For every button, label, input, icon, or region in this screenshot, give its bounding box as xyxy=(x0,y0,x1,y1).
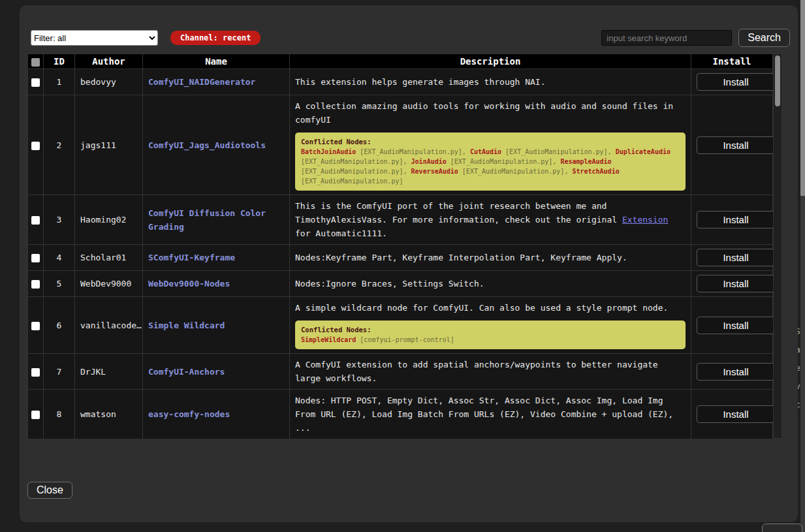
row-checkbox[interactable] xyxy=(31,142,40,150)
row-name[interactable]: ComfyUI-Anchors xyxy=(143,354,290,390)
row-id: 6 xyxy=(44,297,75,354)
row-install-cell: Install xyxy=(691,354,773,390)
install-button[interactable]: Install xyxy=(697,211,775,228)
row-description-cell: A ComfyUI extension to add spatial ancho… xyxy=(290,354,691,390)
search-button[interactable]: Search xyxy=(738,29,790,47)
row-id: 2 xyxy=(44,95,75,195)
row-name[interactable]: easy-comfy-nodes xyxy=(143,390,290,439)
conflict-node: BatchJoinAudio xyxy=(301,148,356,155)
conflict-ext: [EXT_AudioManipulation.py], xyxy=(501,148,616,155)
page-scrollbar-thumb[interactable] xyxy=(800,0,805,196)
conflict-node: ReverseAudio xyxy=(411,168,458,175)
row-install-cell: Install xyxy=(691,95,773,195)
table-scrollbar[interactable] xyxy=(773,54,782,439)
row-checkbox[interactable] xyxy=(31,254,40,262)
col-header-id: ID xyxy=(44,54,75,69)
table-row: 3 Haoming02 ComfyUI Diffusion Color Grad… xyxy=(28,195,773,245)
row-description-cell: Nodes:Keyframe Part, Keyframe Interpolat… xyxy=(290,245,691,271)
description-text: A ComfyUI extension to add spatial ancho… xyxy=(295,360,658,383)
conflict-ext: [EXT_AudioManipulation.py] xyxy=(301,178,403,185)
conflict-ext: [EXT_AudioManipulation.py], xyxy=(447,158,561,165)
row-checkbox[interactable] xyxy=(31,280,40,289)
filter-select[interactable]: Filter: all xyxy=(31,30,158,46)
row-description-cell: This is the ComfyUI port of the joint re… xyxy=(290,195,691,245)
install-button[interactable]: Install xyxy=(697,317,775,334)
row-name[interactable]: SComfyUI-Keyframe xyxy=(143,245,290,271)
row-checkbox[interactable] xyxy=(31,78,40,87)
description-text: This extension helps generate images thr… xyxy=(295,77,546,87)
row-description: Nodes: HTTP POST, Empty Dict, Assoc Str,… xyxy=(295,394,686,435)
row-checkbox[interactable] xyxy=(31,411,40,419)
row-description: This is the ComfyUI port of the joint re… xyxy=(295,199,686,240)
install-button[interactable]: Install xyxy=(697,363,775,381)
col-header-install: Install xyxy=(691,54,773,69)
row-checkbox-cell xyxy=(28,297,44,354)
row-checkbox-cell xyxy=(28,245,44,271)
col-header-author: Author xyxy=(75,54,143,69)
conflict-title: Conflicted Nodes: xyxy=(301,137,680,147)
row-id: 1 xyxy=(44,69,75,95)
conflict-node: SimpleWildcard xyxy=(301,336,356,343)
row-checkbox-cell xyxy=(28,271,44,297)
row-name[interactable]: ComfyUI_NAIDGenerator xyxy=(143,69,290,95)
conflict-title: Conflicted Nodes: xyxy=(301,325,680,335)
row-checkbox-cell xyxy=(28,354,44,390)
table-row: 6 vanillacode… Simple Wildcard A simple … xyxy=(28,297,773,354)
install-button[interactable]: Install xyxy=(697,405,775,423)
toolbar: Filter: all Channel: recent Search xyxy=(27,29,790,47)
row-name[interactable]: ComfyUI Diffusion Color Grading xyxy=(143,195,290,245)
row-checkbox[interactable] xyxy=(31,368,40,377)
table-row: 1 bedovyy ComfyUI_NAIDGenerator This ext… xyxy=(28,69,773,95)
description-text: A simple wildcard node for ComfyUI. Can … xyxy=(295,303,668,313)
row-checkbox[interactable] xyxy=(31,216,40,225)
table-row: 2 jags111 ComfyUI_Jags_Audiotools A coll… xyxy=(28,95,773,195)
row-install-cell: Install xyxy=(691,271,773,297)
page-scrollbar[interactable] xyxy=(800,0,805,532)
col-header-name: Name xyxy=(143,54,290,69)
install-custom-nodes-dialog: Filter: all Channel: recent Search ID Au… xyxy=(20,5,798,522)
conflict-node: JoinAudio xyxy=(411,158,447,165)
row-author: wmatson xyxy=(75,390,143,439)
description-text: Nodes:Ignore Braces, Settings Switch. xyxy=(295,279,484,289)
row-checkbox[interactable] xyxy=(31,322,40,330)
partial-button[interactable] xyxy=(762,524,802,532)
install-button[interactable]: Install xyxy=(697,73,775,91)
description-text: for Automatic1111. xyxy=(295,228,387,238)
row-name[interactable]: ComfyUI_Jags_Audiotools xyxy=(143,95,290,195)
select-all-checkbox[interactable] xyxy=(31,58,40,67)
conflict-ext: [EXT_AudioManipulation.py], xyxy=(458,168,573,175)
close-button[interactable]: Close xyxy=(27,482,72,499)
description-link[interactable]: Extension xyxy=(622,215,668,225)
description-text: Nodes: HTTP POST, Empty Dict, Assoc Str,… xyxy=(295,396,673,433)
conflict-list: BatchJoinAudio [EXT_AudioManipulation.py… xyxy=(301,147,680,186)
install-button[interactable]: Install xyxy=(697,136,775,154)
row-author: WebDev9000 xyxy=(75,271,143,297)
conflict-node: DuplicateAudio xyxy=(616,148,671,155)
row-description-cell: Nodes: HTTP POST, Empty Dict, Assoc Str,… xyxy=(290,390,691,439)
table-body: 1 bedovyy ComfyUI_NAIDGenerator This ext… xyxy=(28,69,773,439)
row-name[interactable]: WebDev9000-Nodes xyxy=(143,271,290,297)
row-description: Nodes:Ignore Braces, Settings Switch. xyxy=(295,277,686,290)
custom-nodes-table: ID Author Name Description Install 1 bed… xyxy=(27,54,773,439)
row-description-cell: A collection amazing audio tools for wor… xyxy=(290,95,691,195)
row-id: 7 xyxy=(44,354,75,390)
row-author: Haoming02 xyxy=(75,195,143,245)
row-description: A collection amazing audio tools for wor… xyxy=(295,99,686,127)
table-scrollbar-thumb[interactable] xyxy=(775,55,780,106)
select-all-header-cell xyxy=(28,54,44,69)
install-button[interactable]: Install xyxy=(697,249,775,266)
channel-badge: Channel: recent xyxy=(170,31,260,45)
row-id: 5 xyxy=(44,271,75,297)
row-description-cell: A simple wildcard node for ComfyUI. Can … xyxy=(290,297,691,354)
install-button[interactable]: Install xyxy=(697,275,775,292)
row-author: DrJKL xyxy=(75,354,143,390)
conflict-node: StretchAudio xyxy=(572,168,619,175)
row-description: A simple wildcard node for ComfyUI. Can … xyxy=(295,301,686,315)
row-install-cell: Install xyxy=(691,390,773,439)
row-description: This extension helps generate images thr… xyxy=(295,75,686,89)
table-row: 8 wmatson easy-comfy-nodes Nodes: HTTP P… xyxy=(28,390,773,439)
row-name[interactable]: Simple Wildcard xyxy=(143,297,290,354)
row-install-cell: Install xyxy=(691,297,773,354)
table-row: 7 DrJKL ComfyUI-Anchors A ComfyUI extens… xyxy=(28,354,773,390)
search-input[interactable] xyxy=(601,30,732,46)
